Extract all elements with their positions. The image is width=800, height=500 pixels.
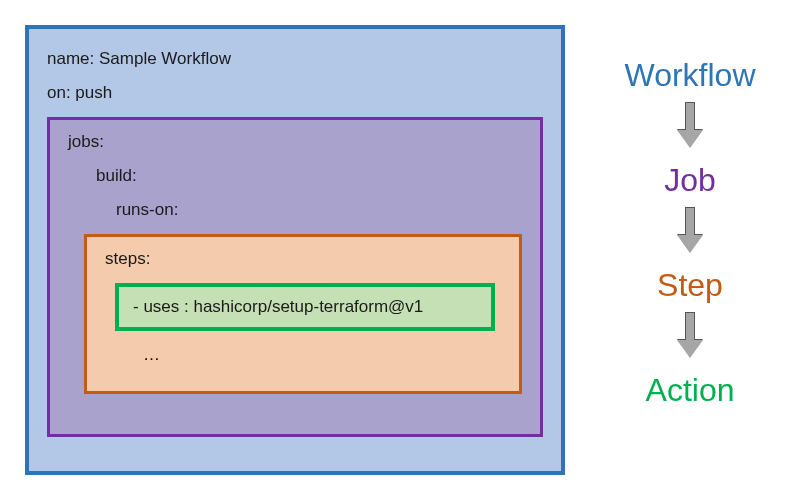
runs-on-line: runs-on: [116, 200, 522, 220]
jobs-label: jobs: [68, 132, 522, 152]
arrow-down-icon [677, 102, 703, 150]
legend-job: Job [664, 162, 716, 199]
workflow-name-line: name: Sample Workflow [47, 49, 543, 69]
jobs-container: jobs: build: runs-on: steps: - uses : ha… [47, 117, 543, 437]
legend-column: Workflow Job Step Action [610, 55, 770, 411]
action-container: - uses : hashicorp/setup-terraform@v1 [115, 283, 495, 331]
workflow-on-line: on: push [47, 83, 543, 103]
action-uses-line: - uses : hashicorp/setup-terraform@v1 [133, 297, 477, 317]
legend-step: Step [657, 267, 723, 304]
workflow-container: name: Sample Workflow on: push jobs: bui… [25, 25, 565, 475]
legend-action: Action [646, 372, 735, 409]
steps-ellipsis: … [143, 345, 501, 365]
steps-container: steps: - uses : hashicorp/setup-terrafor… [84, 234, 522, 394]
build-line: build: [96, 166, 522, 186]
steps-label: steps: [105, 249, 501, 269]
arrow-down-icon [677, 312, 703, 360]
arrow-down-icon [677, 207, 703, 255]
legend-workflow: Workflow [625, 57, 756, 94]
